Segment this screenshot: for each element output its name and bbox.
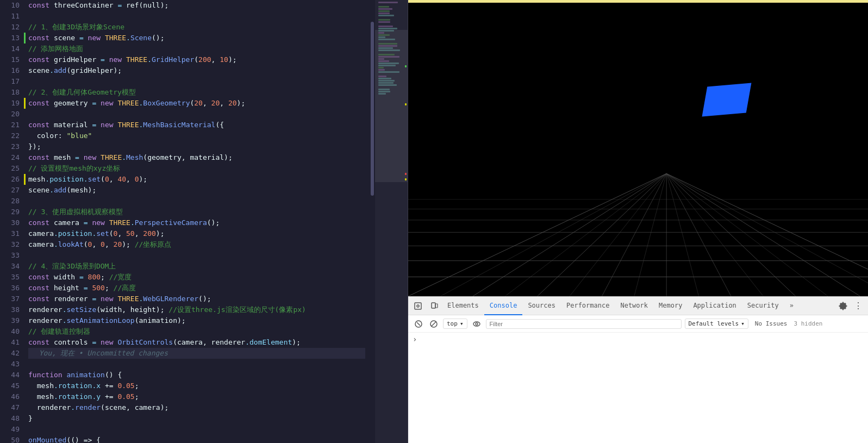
cursor-icon — [414, 302, 422, 310]
threejs-canvas[interactable] — [408, 3, 868, 296]
svg-line-17 — [505, 173, 666, 296]
devtools-settings-btn[interactable] — [835, 298, 851, 314]
minimap-modified-indicator — [405, 103, 407, 105]
code-editor: 1011121314151617181920212223242526272829… — [0, 0, 375, 443]
minimap-added-indicator — [405, 65, 407, 67]
devtools-device-btn[interactable] — [427, 298, 442, 314]
svg-line-23 — [666, 173, 868, 296]
svg-line-21 — [666, 173, 763, 296]
devtools-inspect-btn[interactable] — [410, 298, 426, 314]
tab-application[interactable]: Application — [688, 297, 741, 315]
device-icon — [430, 302, 438, 310]
browser-panel: Elements Console Sources Performance Net… — [408, 0, 868, 443]
minimap[interactable] — [375, 0, 408, 443]
svg-line-9 — [538, 173, 667, 296]
svg-point-33 — [476, 323, 478, 325]
code-content: 1011121314151617181920212223242526272829… — [0, 0, 375, 443]
svg-rect-24 — [415, 303, 421, 309]
svg-line-31 — [432, 321, 436, 326]
chevron-down-icon2: ▾ — [741, 320, 745, 327]
svg-line-29 — [417, 322, 420, 326]
tab-security[interactable]: Security — [742, 297, 784, 315]
tab-memory[interactable]: Memory — [653, 297, 688, 315]
devtools-more-btn[interactable]: ⋮ — [851, 298, 866, 314]
minimap-removed-indicator — [405, 173, 407, 175]
chevron-down-icon: ▾ — [460, 320, 464, 327]
block-btn[interactable] — [428, 318, 440, 330]
code-lines[interactable]: const threeContainer = ref(null);// 1、创建… — [24, 0, 370, 443]
svg-line-19 — [634, 173, 666, 296]
console-arrow[interactable]: › — [413, 335, 417, 344]
svg-line-8 — [473, 173, 666, 296]
tab-more[interactable]: » — [784, 297, 799, 315]
svg-line-10 — [602, 173, 666, 296]
svg-line-20 — [666, 173, 698, 296]
tab-sources[interactable]: Sources — [522, 297, 561, 315]
svg-line-15 — [666, 173, 868, 296]
svg-rect-26 — [432, 303, 435, 308]
threejs-blue-box — [702, 83, 752, 117]
svg-line-7 — [408, 173, 666, 296]
svg-line-12 — [666, 173, 731, 296]
block-icon — [430, 320, 438, 328]
hidden-count-badge[interactable]: 3 hidden — [794, 320, 822, 327]
svg-point-25 — [417, 305, 419, 307]
line-numbers: 1011121314151617181920212223242526272829… — [0, 0, 24, 443]
eye-btn[interactable] — [471, 318, 483, 330]
scrollbar-thumb[interactable] — [371, 22, 374, 196]
tab-network[interactable]: Network — [615, 297, 653, 315]
svg-line-18 — [570, 173, 666, 296]
more-dots-icon: ⋮ — [854, 301, 863, 311]
devtools-panel: Elements Console Sources Performance Net… — [408, 296, 868, 443]
grid-floor-svg — [408, 135, 868, 296]
svg-line-13 — [666, 173, 796, 296]
svg-line-14 — [666, 173, 860, 296]
svg-line-16 — [440, 173, 666, 296]
svg-line-22 — [666, 173, 828, 296]
no-issues-badge: No Issues — [752, 319, 791, 328]
log-level-selector[interactable]: Default levels ▾ — [685, 319, 748, 329]
svg-point-32 — [473, 322, 480, 326]
eye-icon — [473, 321, 480, 327]
context-selector[interactable]: top ▾ — [443, 319, 467, 329]
clear-console-btn[interactable] — [413, 318, 424, 330]
devtools-tabs-bar: Elements Console Sources Performance Net… — [408, 297, 868, 315]
minimap-modified-indicator2 — [405, 178, 407, 180]
gear-icon — [839, 302, 847, 310]
clear-icon — [415, 320, 422, 328]
scrollbar-track[interactable] — [370, 0, 375, 443]
console-filter-input[interactable] — [486, 319, 682, 329]
console-content[interactable]: › — [408, 333, 868, 443]
tab-elements[interactable]: Elements — [442, 297, 484, 315]
svg-rect-27 — [435, 304, 438, 308]
devtools-toolbar: top ▾ Default levels ▾ No Issues 3 hidde… — [408, 315, 868, 333]
tab-console[interactable]: Console — [484, 297, 523, 315]
tab-performance[interactable]: Performance — [561, 297, 615, 315]
